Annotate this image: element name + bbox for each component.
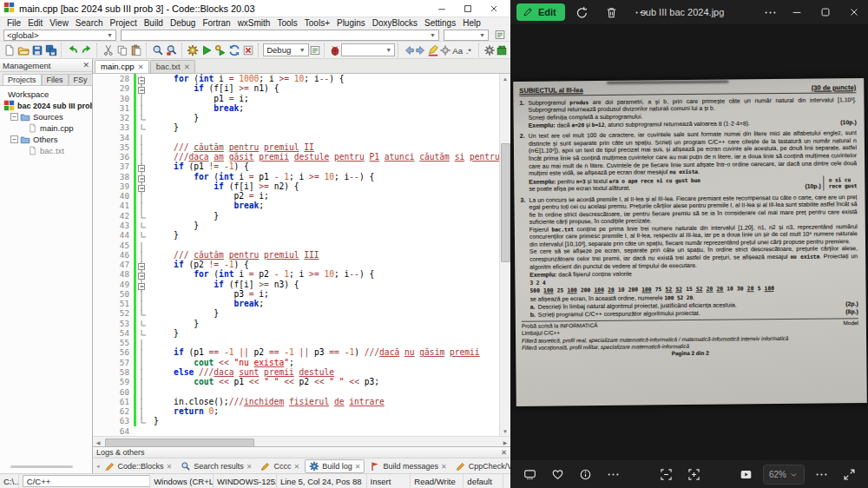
cut-icon[interactable]: [102, 43, 115, 57]
rebuild-icon[interactable]: [227, 43, 241, 57]
editor-tab-main-cpp[interactable]: main.cpp✕: [95, 60, 149, 73]
tree-file-main-cpp[interactable]: main.cpp: [0, 122, 92, 134]
code-line-40[interactable]: 40 p2 = i;: [93, 191, 499, 201]
tree-folder-sources[interactable]: −Sources: [0, 111, 92, 122]
settings-gear-icon[interactable]: [483, 43, 496, 57]
management-hscrollbar[interactable]: [10, 465, 73, 468]
code-line-55[interactable]: 55: [93, 338, 499, 347]
tree-folder-others[interactable]: −Others: [0, 134, 92, 145]
menu-debug[interactable]: Debug: [167, 18, 199, 28]
open-file-icon[interactable]: [16, 43, 30, 57]
close-tab-icon[interactable]: ✕: [247, 463, 253, 471]
close-tab-icon[interactable]: ✕: [167, 463, 173, 471]
filmstrip-icon[interactable]: [518, 463, 541, 485]
code-line-54[interactable]: 54 }: [93, 328, 499, 338]
fold-margin[interactable]: [136, 181, 148, 191]
menu-edit[interactable]: Edit: [24, 18, 46, 28]
scroll-down-icon[interactable]: ▼: [500, 426, 510, 436]
paste-icon[interactable]: [129, 43, 143, 57]
photo-canvas[interactable]: SUBIECTUL al III-lea (30 de puncte) 1. S…: [510, 24, 868, 460]
menu-doxyblocks[interactable]: DoxyBlocks: [369, 18, 421, 28]
fold-margin[interactable]: [136, 122, 148, 132]
fold-margin[interactable]: [136, 299, 148, 308]
code-line-37[interactable]: 37 if (p1 != -1) {: [93, 162, 499, 171]
fold-margin[interactable]: [136, 83, 148, 93]
management-tab-fsy[interactable]: FSy: [69, 74, 93, 85]
go-back-icon[interactable]: [403, 43, 415, 57]
maximize-icon[interactable]: [811, 0, 839, 24]
code-line-45[interactable]: 45: [93, 241, 499, 250]
fold-margin[interactable]: [136, 211, 148, 221]
code-line-44[interactable]: 44 }: [93, 230, 499, 240]
symbols-dot-icon[interactable]: .*: [464, 43, 476, 57]
fold-margin[interactable]: [136, 387, 148, 397]
code-line-60[interactable]: 60: [93, 387, 499, 397]
tree-workspace[interactable]: Workspace: [0, 89, 92, 100]
fold-margin[interactable]: [136, 269, 148, 279]
code-line-34[interactable]: 34: [93, 133, 499, 142]
code-line-43[interactable]: 43 }: [93, 221, 499, 230]
fold-margin[interactable]: [136, 328, 148, 338]
build-target-icon[interactable]: [309, 43, 321, 57]
code-line-46[interactable]: 46 /// căutăm pentru premiul III: [93, 250, 499, 260]
menu-view[interactable]: View: [46, 18, 72, 28]
incremental-search-icon[interactable]: [439, 43, 451, 57]
menu-plugins[interactable]: Plugins: [333, 18, 369, 28]
fullscreen-icon[interactable]: [838, 463, 860, 485]
close-tab-icon[interactable]: ✕: [355, 463, 361, 471]
code-line-28[interactable]: 28 for (int i = 1000; i >= 10; i--) {: [93, 74, 499, 83]
code-line-35[interactable]: 35 /// căutăm pentru premiul II: [93, 142, 499, 152]
menu-fortran[interactable]: Fortran: [199, 18, 233, 28]
favorite-icon[interactable]: [546, 463, 569, 485]
menu-search[interactable]: Search: [72, 18, 107, 28]
fold-margin[interactable]: [136, 347, 148, 357]
copy-icon[interactable]: [115, 43, 129, 57]
collapse-icon[interactable]: −: [10, 135, 18, 143]
management-tab-files[interactable]: Files: [42, 74, 69, 85]
close-panel-icon[interactable]: ✕: [501, 448, 507, 457]
editor-vscrollbar[interactable]: ▲ ▼: [499, 74, 510, 436]
fold-margin[interactable]: [136, 319, 148, 328]
slideshow-icon[interactable]: [735, 463, 758, 485]
build-and-run-icon[interactable]: [214, 43, 227, 57]
code-line-52[interactable]: 52 }: [93, 308, 499, 318]
minimize-icon[interactable]: [782, 0, 811, 24]
code-line-59[interactable]: 59 cout << p1 << " " << p2 << " " << p3;: [93, 377, 499, 386]
logs-tab-code-blocks[interactable]: Code::Blocks✕: [102, 460, 176, 472]
menu-build[interactable]: Build: [141, 18, 167, 28]
vscroll-thumb[interactable]: [501, 143, 510, 262]
fold-margin[interactable]: [136, 162, 148, 171]
code-line-57[interactable]: 57 cout << "nu exista";: [93, 358, 499, 367]
fold-margin[interactable]: [136, 103, 148, 113]
close-tab-icon[interactable]: ✕: [441, 463, 447, 471]
zoom-in-icon[interactable]: [683, 463, 706, 485]
function-combo[interactable]: ▼: [121, 30, 439, 41]
code-area[interactable]: 28 for (int i = 1000; i >= 10; i--) {29 …: [93, 74, 499, 436]
highlight-icon[interactable]: [427, 43, 439, 57]
tree-project[interactable]: bac 2024 sub III prob 3: [0, 100, 92, 111]
scope-combo[interactable]: <global>▼: [3, 30, 116, 41]
menu-wxsmith[interactable]: wxSmith: [234, 18, 274, 28]
plugin-icon[interactable]: [496, 43, 508, 57]
menu-tools[interactable]: Tools: [273, 18, 300, 28]
menu-file[interactable]: File: [3, 18, 24, 28]
abort-build-icon[interactable]: [241, 43, 255, 57]
code-line-31[interactable]: 31 break;: [93, 103, 499, 113]
logs-tab-cccc[interactable]: Cccc✕: [257, 460, 303, 472]
close-tab-icon[interactable]: ✕: [138, 63, 144, 71]
code-line-56[interactable]: 56 if (p1 == -1 || p2 == -1 || p3 == -1)…: [93, 347, 499, 357]
edit-button[interactable]: Edit: [516, 3, 565, 21]
menu-project[interactable]: Project: [107, 18, 141, 28]
fold-margin[interactable]: [136, 416, 148, 425]
new-file-icon[interactable]: [3, 43, 16, 57]
fold-margin[interactable]: [136, 367, 148, 377]
find-icon[interactable]: [151, 43, 165, 57]
logs-tab-build-log[interactable]: Build log✕: [305, 459, 365, 473]
fold-margin[interactable]: [136, 426, 148, 436]
close-tab-icon[interactable]: ✕: [293, 463, 299, 471]
close-button[interactable]: [481, 1, 507, 16]
fold-margin[interactable]: [136, 280, 148, 289]
code-line-47[interactable]: 47 if (p2 != -1) {: [93, 260, 499, 269]
code-line-50[interactable]: 50 p3 = i;: [93, 289, 499, 299]
code-line-49[interactable]: 49 if (f[i] >= n3) {: [93, 280, 499, 289]
